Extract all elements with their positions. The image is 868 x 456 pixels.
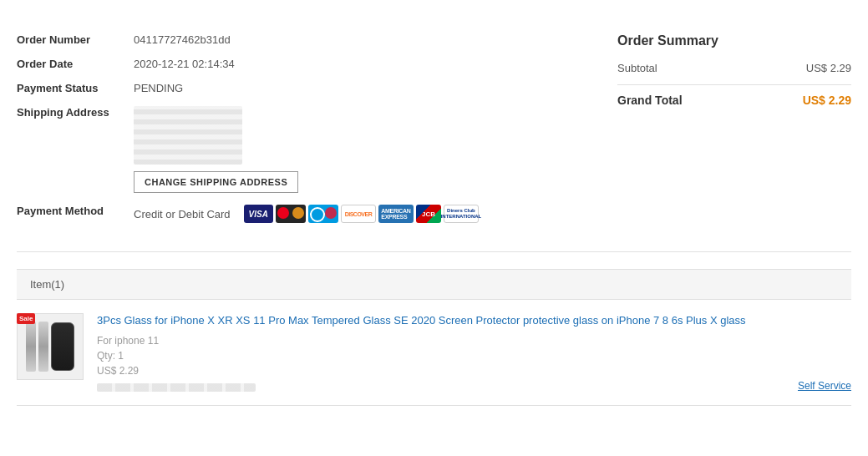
glass-strip-1	[26, 322, 36, 372]
order-number-value: 04117727462b31dd	[134, 33, 231, 46]
table-row: Sale 3Pcs Glass for iPhone X XR XS 11 Pr…	[17, 300, 851, 406]
order-date-row: Order Date 2020-12-21 02:14:34	[17, 58, 535, 70]
payment-status-label: Payment Status	[17, 82, 134, 94]
order-date-value: 2020-12-21 02:14:34	[134, 58, 235, 70]
subtotal-value: US$ 2.29	[806, 62, 851, 74]
payment-method-details: Credit or Debit Card VISA DISCOVER AMERI…	[134, 205, 479, 223]
payment-method-text: Credit or Debit Card	[134, 208, 231, 220]
jcb-icon: JCB	[416, 205, 441, 223]
self-service-link[interactable]: Self Service	[798, 380, 851, 392]
subtotal-label: Subtotal	[617, 62, 657, 74]
payment-status-row: Payment Status PENDING	[17, 82, 535, 94]
payment-status-value: PENDING	[134, 82, 183, 94]
card-icons: VISA DISCOVER AMERICANEXPRESS JCB Diners…	[244, 205, 479, 223]
order-info: Order Number 04117727462b31dd Order Date…	[17, 33, 535, 235]
blurred-address	[134, 106, 242, 165]
grand-total-label: Grand Total	[617, 94, 683, 107]
maestro-icon	[308, 205, 338, 223]
order-number-label: Order Number	[17, 33, 134, 46]
item-title[interactable]: 3Pcs Glass for iPhone X XR XS 11 Pro Max…	[97, 313, 851, 328]
order-summary: Order Summary Subtotal US$ 2.29 Grand To…	[617, 33, 851, 235]
shipping-address-row: Shipping Address CHANGE SHIPPING ADDRESS	[17, 106, 535, 193]
item-details: 3Pcs Glass for iPhone X XR XS 11 Pro Max…	[97, 313, 851, 392]
summary-title: Order Summary	[617, 33, 851, 48]
payment-method-label: Payment Method	[17, 205, 134, 217]
glass-strip-2	[38, 322, 48, 372]
summary-divider	[617, 84, 851, 85]
phone-image	[26, 322, 74, 372]
order-date-label: Order Date	[17, 58, 134, 70]
payment-method-row: Payment Method Credit or Debit Card VISA…	[17, 205, 535, 223]
item-variant: For iphone 11	[97, 335, 851, 347]
main-container: Order Number 04117727462b31dd Order Date…	[17, 17, 851, 406]
item-price: US$ 2.29	[97, 365, 851, 377]
order-number-row: Order Number 04117727462b31dd	[17, 33, 535, 46]
items-section: Item(1) Sale 3Pcs Glass for iPhone X XR …	[17, 269, 851, 406]
mastercard-icon	[276, 205, 306, 223]
discover-icon: DISCOVER	[341, 205, 376, 223]
grand-total-value: US$ 2.29	[803, 94, 851, 107]
item-blurred-bar	[97, 383, 256, 392]
items-header: Item(1)	[17, 269, 851, 300]
top-section: Order Number 04117727462b31dd Order Date…	[17, 17, 851, 252]
grand-total-row: Grand Total US$ 2.29	[617, 94, 851, 107]
shipping-block: CHANGE SHIPPING ADDRESS	[134, 106, 298, 193]
item-image-wrapper: Sale	[17, 313, 84, 380]
diners-icon: Diners ClubINTERNATIONAL	[444, 205, 479, 223]
amex-icon: AMERICANEXPRESS	[378, 205, 414, 223]
sale-badge: Sale	[17, 313, 35, 324]
item-qty: Qty: 1	[97, 350, 851, 362]
visa-icon: VISA	[244, 205, 273, 223]
change-address-button[interactable]: CHANGE SHIPPING ADDRESS	[134, 171, 298, 193]
shipping-address-label: Shipping Address	[17, 106, 134, 119]
subtotal-row: Subtotal US$ 2.29	[617, 62, 851, 74]
phone-body	[51, 322, 74, 371]
